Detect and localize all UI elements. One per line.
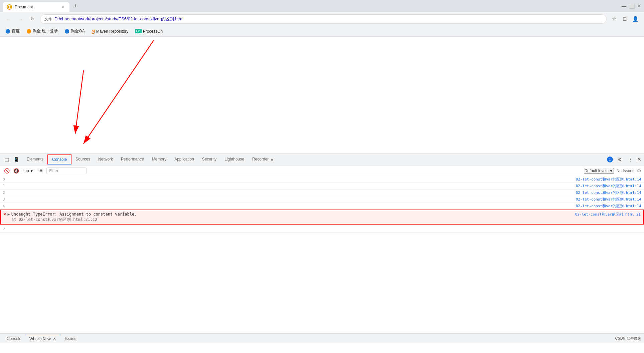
bottom-tab-issues[interactable]: Issues <box>61 335 80 342</box>
active-tab[interactable]: Document × <box>3 2 69 12</box>
whats-new-close[interactable]: ✕ <box>52 337 57 341</box>
filter-input[interactable] <box>46 167 87 174</box>
default-levels-arrow: ▼ <box>609 168 613 173</box>
bookmark-star-icon[interactable]: ☆ <box>609 14 619 24</box>
error-badge: 1 <box>607 156 613 162</box>
tab-security[interactable]: Security <box>198 155 220 164</box>
back-button[interactable]: ← <box>4 14 13 24</box>
console-error-line: ✖ ▶ Uncaught TypeError: Assignment to co… <box>0 210 644 225</box>
tab-application[interactable]: Application <box>170 155 198 164</box>
url-text: D:/chaochao/work/projects/study/ES6/02-l… <box>54 16 183 22</box>
bookmark-taojin-oa[interactable]: 🔵 淘金OA <box>62 27 87 35</box>
bookmark-maven[interactable]: M̲ Maven Repository <box>89 28 131 35</box>
line-source-2[interactable]: 02-let-const和var的区别.html:14 <box>576 190 641 195</box>
inspect-element-icon[interactable]: ⬚ <box>3 155 11 163</box>
error-source[interactable]: 02-let-const和var的区别.html:21 <box>575 212 641 217</box>
clear-console-icon[interactable]: 🚫 <box>3 167 11 175</box>
maven-icon: M̲ <box>92 29 95 34</box>
tab-title: Document <box>15 5 57 9</box>
console-cursor-line[interactable]: › <box>0 225 644 233</box>
devtools-more-icon[interactable]: ⋮ <box>626 155 634 163</box>
line-number-1: 1 <box>3 184 13 188</box>
line-number-0: 0 <box>3 177 13 182</box>
context-dropdown-arrow: ▼ <box>30 168 34 173</box>
console-content: 0 02-let-const和var的区别.html:14 1 02-let-c… <box>0 176 644 333</box>
tab-bar: Document × + — ⬜ ✕ <box>0 0 644 12</box>
bookmark-baidu-label: 百度 <box>12 28 20 34</box>
context-dropdown[interactable]: top ▼ <box>21 168 36 174</box>
bookmark-taojin-login[interactable]: 🟠 淘金 统一登录 <box>24 27 60 35</box>
bookmark-baidu[interactable]: 🔵 百度 <box>3 27 22 35</box>
console-line-3: 3 02-let-const和var的区别.html:14 <box>0 196 644 203</box>
devtools-settings-icon[interactable]: ⚙ <box>616 155 624 163</box>
forward-button[interactable]: → <box>16 14 25 24</box>
tab-sources[interactable]: Sources <box>71 155 94 164</box>
refresh-button[interactable]: ↻ <box>28 14 37 24</box>
page-content-area <box>0 37 644 153</box>
svg-point-1 <box>9 6 10 8</box>
console-toolbar: 🚫 🔇 top ▼ 👁 Default levels ▼ No Issues ⚙ <box>0 165 644 176</box>
console-right-controls: Default levels ▼ No Issues ⚙ <box>584 168 641 174</box>
top-filter-icon[interactable]: 🔇 <box>12 167 20 175</box>
copyright-text: CSDN @牛魔废 <box>615 336 641 340</box>
default-levels-dropdown[interactable]: Default levels ▼ <box>584 168 614 174</box>
tab-network[interactable]: Network <box>94 155 117 164</box>
bottom-tab-console[interactable]: Console <box>3 335 25 342</box>
whats-new-label: What's New <box>29 337 51 341</box>
bookmark-taojin-login-label: 淘金 统一登录 <box>33 28 58 34</box>
taojin-icon: 🟠 <box>26 29 31 34</box>
maximize-button[interactable]: ⬜ <box>629 3 635 9</box>
devtools-close-button[interactable]: ✕ <box>637 156 641 162</box>
line-source-4[interactable]: 02-let-const和var的区别.html:14 <box>576 204 641 209</box>
console-settings-icon[interactable]: ⚙ <box>637 168 641 173</box>
console-prompt: › <box>3 226 5 231</box>
processon-icon: On <box>135 29 141 33</box>
bottom-tab-whats-new[interactable]: What's New ✕ <box>25 335 61 343</box>
devtools-panel: ⬚ 📱 Elements Console Sources Network Per… <box>0 153 644 343</box>
context-label: top <box>23 168 29 173</box>
line-source-0[interactable]: 02-let-const和var的区别.html:14 <box>576 177 641 182</box>
tab-bar-right-controls: — ⬜ ✕ <box>622 3 641 9</box>
devtools-tab-bar: ⬚ 📱 Elements Console Sources Network Per… <box>0 153 644 165</box>
tab-performance[interactable]: Performance <box>117 155 148 164</box>
close-window-button[interactable]: ✕ <box>637 3 641 9</box>
bookmarks-bar: 🔵 百度 🟠 淘金 统一登录 🔵 淘金OA M̲ Maven Repositor… <box>0 26 644 37</box>
no-issues-label: No Issues <box>617 168 634 173</box>
line-source-1[interactable]: 02-let-const和var的区别.html:14 <box>576 184 641 189</box>
tab-close-button[interactable]: × <box>60 4 65 10</box>
device-emulation-icon[interactable]: 📱 <box>12 155 20 163</box>
minimize-button[interactable]: — <box>622 3 626 9</box>
devtools-icon-buttons: ⬚ 📱 <box>3 155 20 163</box>
annotation-arrows <box>0 37 644 153</box>
url-bar[interactable]: 文件 D:/chaochao/work/projects/study/ES6/0… <box>40 14 607 24</box>
console-line-1: 1 02-let-const和var的区别.html:14 <box>0 183 644 190</box>
console-line-2: 2 02-let-const和var的区别.html:14 <box>0 190 644 196</box>
error-at-text: at 02-let-const和var的区别.html:21:12 <box>11 217 98 223</box>
line-number-2: 2 <box>3 191 13 195</box>
line-number-3: 3 <box>3 197 13 202</box>
eye-icon[interactable]: 👁 <box>37 167 45 175</box>
error-expand-arrow[interactable]: ▶ <box>7 212 10 217</box>
address-right-controls: ☆ ⊟ 👤 <box>609 14 640 24</box>
svg-line-4 <box>84 40 154 144</box>
svg-line-5 <box>75 70 84 134</box>
bookmark-maven-label: Maven Repository <box>96 29 129 34</box>
tab-elements[interactable]: Elements <box>23 155 47 164</box>
url-secure-icon: 文件 <box>44 17 52 22</box>
profile-icon[interactable]: 👤 <box>631 14 640 24</box>
bookmark-processon-label: ProcessOn <box>143 29 163 34</box>
line-number-4: 4 <box>3 204 13 208</box>
tab-favicon <box>7 4 12 10</box>
line-source-3[interactable]: 02-let-const和var的区别.html:14 <box>576 197 641 202</box>
address-bar: ← → ↻ 文件 D:/chaochao/work/projects/study… <box>0 12 644 26</box>
error-icon: ✖ <box>3 212 6 217</box>
devtools-right-controls: 1 ⚙ ⋮ ✕ <box>607 155 641 163</box>
tab-memory[interactable]: Memory <box>148 155 170 164</box>
tab-lighthouse[interactable]: Lighthouse <box>220 155 248 164</box>
taojin-oa-icon: 🔵 <box>64 29 69 34</box>
new-tab-button[interactable]: + <box>71 1 80 11</box>
tab-recorder[interactable]: Recorder ▲ <box>248 155 278 164</box>
tab-console[interactable]: Console <box>47 154 71 164</box>
bookmark-processon[interactable]: On ProcessOn <box>132 28 165 35</box>
tab-search-icon[interactable]: ⊟ <box>620 14 629 24</box>
